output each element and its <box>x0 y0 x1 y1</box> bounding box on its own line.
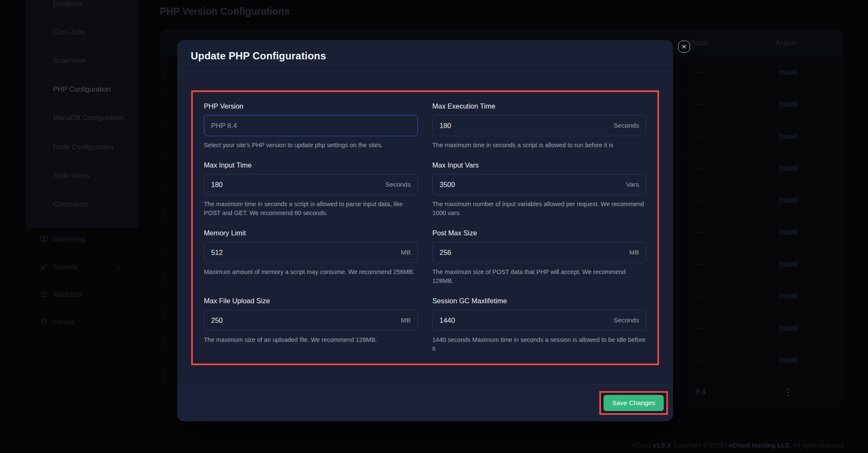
patch-value: — <box>696 356 702 364</box>
post-max-size-input[interactable]: 256MB <box>432 242 646 263</box>
max-file-upload-size-unit-suffix: MB <box>401 316 411 324</box>
post-max-size-helper-text: The maximum size of POST data that PHP w… <box>432 268 646 285</box>
max-execution-time-helper-text: The maximum time in seconds a script is … <box>432 141 646 150</box>
session-gc-maxlifetime-label: Session GC Maxlifetime <box>432 297 646 305</box>
max-input-time-value: 180 <box>211 181 223 189</box>
max-input-time-input[interactable]: 180Seconds <box>204 174 418 195</box>
field-session-gc-maxlifetime: Session GC Maxlifetime1440Seconds1440 se… <box>432 297 646 353</box>
max-execution-time-unit-suffix: Seconds <box>614 122 639 129</box>
sidebar-item-commands: Commands <box>53 200 89 208</box>
session-gc-maxlifetime-unit-suffix: Seconds <box>614 316 639 324</box>
sidebar-item-cron-jobs: Cron Jobs <box>53 28 85 36</box>
sidebar-item-others: Others <box>40 318 125 326</box>
sidebar-item-label: Monitoring <box>53 235 86 243</box>
list-icon <box>40 290 48 299</box>
sidebar-submenu: DatabaseCron JobsSupervisorPHP Configura… <box>26 0 138 228</box>
php-version-helper-text: Select your site's PHP version to update… <box>204 141 418 150</box>
install-link: Install <box>767 292 810 300</box>
install-link: Install <box>767 132 810 141</box>
update-php-configurations-modal: Update PHP Configurations PHP VersionPHP… <box>177 40 673 421</box>
patch-value: — <box>696 229 702 236</box>
patch-value: — <box>696 292 702 300</box>
patch-value: — <box>696 69 702 76</box>
post-max-size-value: 256 <box>440 249 451 257</box>
max-execution-time-input[interactable]: 180Seconds <box>432 115 646 136</box>
database-icon <box>40 318 48 326</box>
modal-body: PHP VersionPHP 8.4Select your site's PHP… <box>177 72 673 384</box>
kebab-menu-icon: ⋮ <box>777 387 799 397</box>
modal-footer: Save Changes <box>177 384 673 421</box>
php-version-label: PHP Version <box>204 102 418 110</box>
modal-header: Update PHP Configurations <box>177 40 673 72</box>
save-changes-button[interactable]: Save Changes <box>604 395 664 411</box>
memory-limit-label: Memory Limit <box>204 229 418 237</box>
patch-value: — <box>696 196 702 204</box>
chevron-right-icon: › <box>117 235 120 244</box>
footer-app-name: xCloud <box>631 442 651 449</box>
modal-title: Update PHP Configurations <box>191 50 326 62</box>
sidebar-item-mariadb-configuration: MariaDB Configuration <box>53 114 124 122</box>
sidebar-item-metadata: Metadata <box>40 290 125 299</box>
sidebar-item-monitoring: Monitoring› <box>40 235 125 243</box>
post-max-size-unit-suffix: MB <box>629 249 639 256</box>
session-gc-maxlifetime-helper-text: 1440 seconds Maximum time in seconds a s… <box>432 336 646 353</box>
max-file-upload-size-value: 250 <box>211 316 223 324</box>
install-link: Install <box>767 164 810 173</box>
sidebar-item-label: Others <box>53 318 74 326</box>
install-link: Install <box>767 100 810 109</box>
max-file-upload-size-label: Max File Upload Size <box>204 297 418 305</box>
memory-limit-unit-suffix: MB <box>401 249 411 256</box>
patch-value: — <box>696 324 702 332</box>
field-max-execution-time: Max Execution Time180SecondsThe maximum … <box>432 102 646 150</box>
install-link: Install <box>767 356 810 364</box>
app-footer: xCloud v1.9.3 Copyright © 2025 | xCloud … <box>631 442 846 449</box>
close-icon: × <box>682 44 687 50</box>
patch-value: — <box>696 101 702 108</box>
memory-limit-value: 512 <box>211 249 223 257</box>
footer-rights: All rights reserved. <box>793 442 846 449</box>
save-button-highlight-box: Save Changes <box>599 391 668 415</box>
memory-limit-helper-text: Maximum amount of memory a script may co… <box>204 268 418 277</box>
php-version-value: PHP 8.4 <box>211 122 237 130</box>
footer-company: xCloud Hosting LLC. <box>729 442 791 449</box>
chevron-right-icon: › <box>117 263 120 271</box>
sidebar-item-supervisor: Supervisor <box>53 56 86 64</box>
install-link: Install <box>767 68 810 77</box>
max-input-vars-unit-suffix: Vars <box>626 181 639 188</box>
session-gc-maxlifetime-value: 1440 <box>440 316 455 324</box>
max-input-vars-input[interactable]: 3500Vars <box>432 174 646 195</box>
memory-limit-input[interactable]: 512MB <box>204 242 418 263</box>
max-execution-time-label: Max Execution Time <box>432 102 646 110</box>
field-post-max-size: Post Max Size256MBThe maximum size of PO… <box>432 229 646 285</box>
field-max-input-time: Max Input Time180SecondsThe maximum time… <box>204 161 418 218</box>
php-version-select[interactable]: PHP 8.4 <box>204 115 418 136</box>
max-input-time-unit-suffix: Seconds <box>385 181 411 188</box>
field-memory-limit: Memory Limit512MBMaximum amount of memor… <box>204 229 418 285</box>
sidebar-item-database: Database <box>53 0 83 8</box>
field-max-input-vars: Max Input Vars3500VarsThe maximum number… <box>432 161 646 218</box>
max-file-upload-size-input[interactable]: 250MB <box>204 310 418 331</box>
post-max-size-label: Post Max Size <box>432 229 646 237</box>
modal-close-button[interactable]: × <box>678 41 690 53</box>
page-title: PHP Version Configurations <box>160 6 289 17</box>
key-icon <box>40 263 48 271</box>
screen: DatabaseCron JobsSupervisorPHP Configura… <box>0 0 868 453</box>
max-execution-time-value: 180 <box>440 122 451 130</box>
field-max-file-upload-size: Max File Upload Size250MBThe maximum siz… <box>204 297 418 353</box>
sidebar-item-label: Security <box>53 263 78 271</box>
field-php-version: PHP VersionPHP 8.4Select your site's PHP… <box>204 102 418 150</box>
max-input-time-helper-text: The maximum time in seconds a script is … <box>204 200 418 218</box>
sidebar-item-label: Metadata <box>53 291 82 299</box>
footer-version: v1.9.3 <box>653 442 670 449</box>
sidebar-item-security: Security› <box>40 263 125 271</box>
max-input-vars-value: 3500 <box>440 181 455 189</box>
column-header-patch: Patch <box>690 39 708 48</box>
session-gc-maxlifetime-input[interactable]: 1440Seconds <box>432 310 646 331</box>
footer-copyright: Copyright © 2025 | <box>674 442 727 449</box>
sidebar-item-node-configuration: Node Configuration <box>53 143 113 151</box>
sidebar-item-sudo-users: Sudo Users <box>53 171 89 179</box>
patch-value: — <box>696 133 702 140</box>
max-input-vars-helper-text: The maximum number of input variables al… <box>432 200 646 218</box>
max-file-upload-size-helper-text: The maximum size of an uploaded file. We… <box>204 336 418 344</box>
install-link: Install <box>767 324 810 333</box>
